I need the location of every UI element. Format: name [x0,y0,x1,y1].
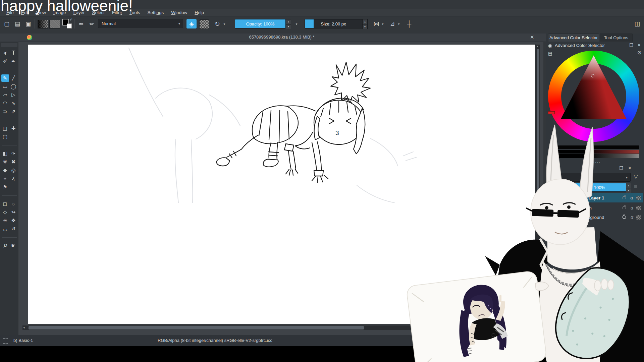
multibrush-tool[interactable]: ⇗ [10,108,17,115]
menu-settings[interactable]: Settings [144,10,167,15]
opacity-spinner[interactable]: ▴▾ [286,19,291,29]
rectangle-tool[interactable]: ▭ [1,83,9,90]
brush-editor-icon[interactable]: ✏ [87,19,97,28]
chevron-down-icon[interactable]: ▾ [396,19,401,28]
layer-opacity-slider[interactable]: y: 100% [549,183,627,192]
layers-menu-icon[interactable]: ≡ [634,184,637,190]
magnetic-select-tool-2[interactable]: ↺ [10,225,17,233]
menu-help[interactable]: Help [191,10,208,15]
workspace-chooser-icon[interactable]: ◫ [633,19,642,28]
close-docker-icon[interactable]: ✕ [637,43,641,48]
horizontal-scrollbar-thumb[interactable] [29,326,364,329]
toolbox-drag-handle[interactable] [1,43,17,47]
docker-lock-icon[interactable]: ◉ [548,43,552,48]
hue-ring[interactable] [548,51,639,142]
dynamic-brush-tool[interactable]: ⊃ [1,108,9,115]
vertical-scrollbar-thumb[interactable] [537,49,539,207]
save-document-icon[interactable]: ▣ [23,19,33,28]
size-slider[interactable]: Size: 2.00 px [305,19,362,28]
layer-row-background[interactable]: ckground α [547,213,643,222]
close-document-icon[interactable]: ✕ [530,34,534,40]
freehand-select-tool[interactable]: ↬ [10,208,17,216]
magnetic-select-tool[interactable]: ◡ [1,225,9,233]
bezier-select-tool[interactable]: ❖ [10,217,17,224]
horizontal-scrollbar[interactable]: ◂ [22,325,536,330]
canvas[interactable]: 3 [28,45,535,324]
chevron-down-icon[interactable]: ▾ [380,19,385,28]
polygon-tool[interactable]: ▱ [1,91,9,99]
ellipse-tool[interactable]: ◯ [10,83,17,90]
fill-tool[interactable]: ◆ [1,167,9,174]
calligraphy-tool[interactable]: ✒ [10,58,17,65]
text-tool[interactable]: T [10,49,17,57]
mirror-vertical-icon[interactable]: ⊿ [388,19,397,28]
blend-mode-dropdown[interactable]: Normal ▾ [98,19,183,28]
wrap-around-mode-icon[interactable]: ┼ [405,19,414,28]
freehand-brush-tool[interactable]: ✎ [1,74,9,82]
eraser-toggle-button[interactable]: ◈ [186,19,197,28]
shade-strip-2[interactable] [549,150,639,154]
opacity-slider[interactable]: Opacity: 100% [235,19,286,28]
assistants-tool[interactable]: ⌖ [1,175,9,182]
shade-strip-1[interactable] [549,145,639,149]
reload-preset-icon[interactable]: ↻ [213,19,222,28]
alpha-icon[interactable]: α [630,195,633,200]
layer-blend-dropdown[interactable]: ▾ [549,173,631,182]
line-tool[interactable]: ╱ [10,74,17,82]
gradient-tool[interactable]: ◧ [1,150,9,157]
size-spinner[interactable]: ▴▾ [362,19,368,29]
fg-bg-color-chip[interactable]: ⇄ [62,19,72,28]
rect-select-tool[interactable]: ◻ [1,200,9,207]
alpha-icon[interactable]: α [631,215,633,220]
float-layers-icon[interactable]: ❐ [619,166,623,171]
enclose-fill-tool[interactable]: ◎ [10,167,17,174]
pattern-swatch[interactable] [49,20,60,28]
zoom-tool[interactable]: ⚲ [0,240,10,251]
vertical-scrollbar[interactable]: ▴ [536,45,540,328]
layer-filter-icon[interactable]: ▽ [634,174,638,180]
unlock-icon[interactable] [623,206,626,209]
open-document-icon[interactable]: ▤ [13,19,22,28]
shade-strip-3[interactable] [549,154,639,158]
polygon-select-tool[interactable]: ◇ [1,208,9,216]
smart-patch-tool[interactable]: ❋ [1,158,9,166]
chevron-down-icon[interactable]: ▾ [222,19,227,28]
float-docker-icon[interactable]: ❐ [629,43,633,48]
preserve-alpha-button[interactable] [199,19,209,29]
document-tab-title[interactable]: 6578996998698.kra (138.3 MiB) * [28,35,535,40]
gradient-editor-icon[interactable]: ≃ [76,19,86,28]
move-tool[interactable]: ✚ [10,125,17,132]
close-layers-icon[interactable]: ✕ [628,166,632,171]
select-shapes-tool[interactable]: ➤ [0,48,10,58]
polyline-tool[interactable]: ▷ [10,91,17,99]
similar-select-tool[interactable]: ✳ [1,217,9,224]
transform-tool[interactable]: ◰ [1,125,9,132]
inherit-alpha-icon[interactable] [636,215,641,220]
color-sampler-tool[interactable]: ✑ [10,150,17,157]
unlock-icon[interactable] [623,196,626,199]
lock-icon[interactable] [623,216,626,219]
inherit-alpha-icon[interactable] [636,206,641,210]
reference-images-tool[interactable]: ⚑ [1,183,9,191]
pan-tool[interactable]: ☛ [10,242,17,249]
new-document-icon[interactable]: ▢ [2,19,11,28]
layer-row-paint-layer-1[interactable]: t Layer 1 α [547,193,643,202]
alpha-icon[interactable]: α [631,205,633,210]
mirror-horizontal-icon[interactable]: ⋈ [372,19,381,28]
freehand-path-tool[interactable]: ∿ [10,100,17,107]
selection-mode-icon[interactable] [3,338,8,344]
layer-opacity-spinner[interactable]: ▴▾ [626,183,631,193]
crop-tool[interactable]: ▢ [1,133,9,140]
tab-advanced-color-selector[interactable]: Advanced Color Selector [548,34,599,42]
inherit-alpha-icon[interactable] [636,196,641,200]
menu-window[interactable]: Window [167,10,191,15]
edit-shapes-tool[interactable]: ✐ [1,58,9,65]
colorize-mask-tool[interactable]: ✖ [10,158,17,166]
tab-tool-options[interactable]: Tool Options [600,34,633,42]
layer-row-sketch[interactable]: tch α [547,203,643,213]
ellipse-select-tool[interactable]: ◌ [10,200,17,207]
selector-settings-icon[interactable]: ▤ [548,51,552,56]
gradient-swatch[interactable] [38,20,48,28]
measure-tool[interactable]: ∡ [10,175,17,182]
chevron-down-icon[interactable]: ▾ [294,19,299,28]
